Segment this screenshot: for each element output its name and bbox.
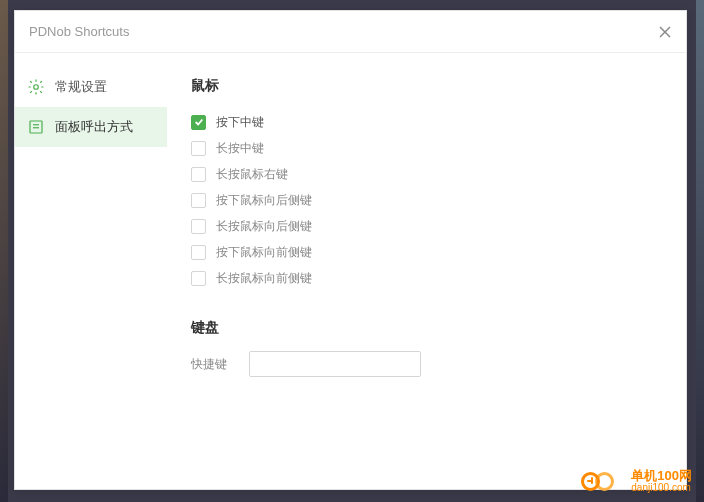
section-title-keyboard: 键盘 [191,319,662,337]
window-body: 常规设置 面板呼出方式 鼠标 按下中键长按中键长按鼠标右键按下鼠标向后侧键长按鼠… [15,53,686,489]
shortcut-row: 快捷键 [191,351,662,377]
checkbox[interactable] [191,141,206,156]
panel-icon [27,118,45,136]
watermark-name: 单机100网 [631,469,692,483]
sidebar-item-label: 常规设置 [55,78,107,96]
watermark-logo-icon [581,466,625,496]
mouse-option-row[interactable]: 按下鼠标向后侧键 [191,187,662,213]
sidebar: 常规设置 面板呼出方式 [15,53,167,489]
mouse-option-label: 长按鼠标向前侧键 [216,270,312,287]
shortcut-label: 快捷键 [191,356,227,373]
close-icon [659,26,671,38]
mouse-option-label: 按下鼠标向前侧键 [216,244,312,261]
watermark: 单机100网 danji100.com [581,466,692,496]
mouse-options-list: 按下中键长按中键长按鼠标右键按下鼠标向后侧键长按鼠标向后侧键按下鼠标向前侧键长按… [191,109,662,291]
settings-window: PDNob Shortcuts 常规设置 [14,10,687,490]
check-icon [194,117,204,127]
mouse-option-label: 长按鼠标向后侧键 [216,218,312,235]
watermark-url: danji100.com [631,483,692,494]
content-area: 鼠标 按下中键长按中键长按鼠标右键按下鼠标向后侧键长按鼠标向后侧键按下鼠标向前侧… [167,53,686,489]
checkbox[interactable] [191,115,206,130]
checkbox[interactable] [191,193,206,208]
checkbox[interactable] [191,271,206,286]
mouse-option-row[interactable]: 长按鼠标向后侧键 [191,213,662,239]
sidebar-item-panel-trigger[interactable]: 面板呼出方式 [15,107,167,147]
sidebar-item-general[interactable]: 常规设置 [15,67,167,107]
mouse-option-label: 长按中键 [216,140,264,157]
checkbox[interactable] [191,245,206,260]
svg-point-2 [34,85,39,90]
checkbox[interactable] [191,167,206,182]
svg-rect-3 [30,121,42,133]
sidebar-item-label: 面板呼出方式 [55,118,133,136]
checkbox[interactable] [191,219,206,234]
titlebar: PDNob Shortcuts [15,11,686,53]
mouse-option-row[interactable]: 长按中键 [191,135,662,161]
mouse-option-row[interactable]: 长按鼠标右键 [191,161,662,187]
shortcut-input[interactable] [249,351,421,377]
gear-icon [27,78,45,96]
mouse-option-label: 按下中键 [216,114,264,131]
mouse-option-row[interactable]: 按下鼠标向前侧键 [191,239,662,265]
mouse-option-label: 长按鼠标右键 [216,166,288,183]
window-title: PDNob Shortcuts [29,24,129,39]
mouse-option-label: 按下鼠标向后侧键 [216,192,312,209]
mouse-option-row[interactable]: 按下中键 [191,109,662,135]
mouse-option-row[interactable]: 长按鼠标向前侧键 [191,265,662,291]
close-button[interactable] [654,21,676,43]
section-title-mouse: 鼠标 [191,77,662,95]
